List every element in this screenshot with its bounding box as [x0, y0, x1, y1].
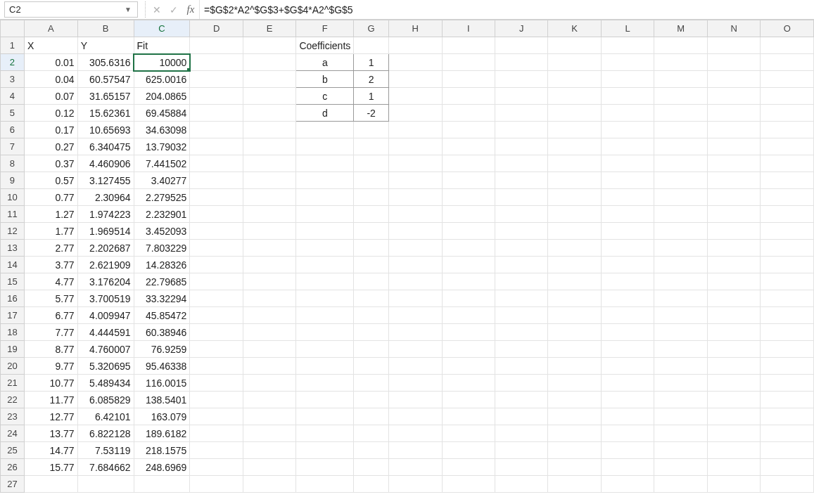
row-header[interactable]: 5	[1, 105, 25, 122]
cell-F27[interactable]	[296, 476, 354, 493]
cell-M14[interactable]	[654, 257, 708, 273]
row-header[interactable]: 8	[1, 155, 25, 172]
cell-K16[interactable]	[548, 290, 601, 307]
cell-L2[interactable]	[601, 54, 654, 71]
cell-A7[interactable]: 0.27	[24, 138, 77, 155]
cell-I19[interactable]	[442, 341, 495, 358]
cell-L9[interactable]	[601, 172, 654, 189]
cell-E5[interactable]	[243, 105, 295, 122]
cell-J7[interactable]	[495, 138, 547, 155]
cell-C20[interactable]: 95.46338	[134, 358, 190, 375]
cell-F6[interactable]	[296, 122, 354, 138]
cell-O27[interactable]	[761, 476, 814, 493]
cell-O6[interactable]	[761, 122, 814, 138]
cell-D7[interactable]	[190, 138, 243, 155]
cell-M26[interactable]	[654, 459, 708, 476]
cell-O5[interactable]	[761, 105, 814, 122]
cell-M16[interactable]	[654, 290, 708, 307]
cell-A19[interactable]: 8.77	[24, 341, 77, 358]
cell-I6[interactable]	[442, 122, 495, 138]
col-header-F[interactable]: F	[296, 20, 354, 37]
cell-D22[interactable]	[190, 392, 243, 408]
cell-C19[interactable]: 76.9259	[134, 341, 190, 358]
cell-A15[interactable]: 4.77	[24, 273, 77, 290]
cell-N11[interactable]	[707, 206, 761, 223]
cell-O26[interactable]	[761, 459, 814, 476]
cell-K3[interactable]	[548, 71, 601, 88]
cell-A20[interactable]: 9.77	[24, 358, 77, 375]
cell-H14[interactable]	[389, 257, 443, 273]
cell-I18[interactable]	[442, 324, 495, 341]
cell-G11[interactable]	[354, 206, 389, 223]
cell-A10[interactable]: 0.77	[24, 189, 77, 206]
cell-F4[interactable]: c	[296, 88, 354, 105]
cell-C2[interactable]: 10000	[134, 54, 190, 71]
cell-G22[interactable]	[354, 392, 389, 408]
cell-B25[interactable]: 7.53119	[77, 442, 134, 459]
cell-K19[interactable]	[548, 341, 601, 358]
cell-D17[interactable]	[190, 307, 243, 324]
cell-F1[interactable]: Coefficients	[296, 37, 354, 54]
cell-O10[interactable]	[761, 189, 814, 206]
cell-I16[interactable]	[442, 290, 495, 307]
cell-C1[interactable]: Fit	[134, 37, 190, 54]
row-header[interactable]: 19	[1, 341, 25, 358]
cell-E8[interactable]	[243, 155, 295, 172]
cell-F2[interactable]: a	[296, 54, 354, 71]
cell-H22[interactable]	[389, 392, 443, 408]
cell-O19[interactable]	[761, 341, 814, 358]
cell-I3[interactable]	[442, 71, 495, 88]
cell-E21[interactable]	[243, 375, 295, 392]
cell-D2[interactable]	[190, 54, 243, 71]
cell-C6[interactable]: 34.63098	[134, 122, 190, 138]
cell-J24[interactable]	[495, 425, 547, 442]
cell-F13[interactable]	[296, 240, 354, 257]
cell-I10[interactable]	[442, 189, 495, 206]
cell-I11[interactable]	[442, 206, 495, 223]
cell-D25[interactable]	[190, 442, 243, 459]
cell-N10[interactable]	[707, 189, 761, 206]
cell-D5[interactable]	[190, 105, 243, 122]
cell-F16[interactable]	[296, 290, 354, 307]
cell-D12[interactable]	[190, 223, 243, 240]
cell-F11[interactable]	[296, 206, 354, 223]
cell-C7[interactable]: 13.79032	[134, 138, 190, 155]
cell-L12[interactable]	[601, 223, 654, 240]
cell-A5[interactable]: 0.12	[24, 105, 77, 122]
cell-L21[interactable]	[601, 375, 654, 392]
cell-G20[interactable]	[354, 358, 389, 375]
row-header[interactable]: 22	[1, 392, 25, 408]
cell-F26[interactable]	[296, 459, 354, 476]
cell-I26[interactable]	[442, 459, 495, 476]
col-header-D[interactable]: D	[190, 20, 243, 37]
cell-C14[interactable]: 14.28326	[134, 257, 190, 273]
cell-L7[interactable]	[601, 138, 654, 155]
cell-L19[interactable]	[601, 341, 654, 358]
cell-M13[interactable]	[654, 240, 708, 257]
cell-D18[interactable]	[190, 324, 243, 341]
cell-I1[interactable]	[442, 37, 495, 54]
cell-M1[interactable]	[654, 37, 708, 54]
cell-O18[interactable]	[761, 324, 814, 341]
cell-E19[interactable]	[243, 341, 295, 358]
cell-F12[interactable]	[296, 223, 354, 240]
cell-E16[interactable]	[243, 290, 295, 307]
cell-L14[interactable]	[601, 257, 654, 273]
cell-M25[interactable]	[654, 442, 708, 459]
cell-I4[interactable]	[442, 88, 495, 105]
row-header[interactable]: 16	[1, 290, 25, 307]
cell-J4[interactable]	[495, 88, 547, 105]
cell-L11[interactable]	[601, 206, 654, 223]
cell-J17[interactable]	[495, 307, 547, 324]
cell-K15[interactable]	[548, 273, 601, 290]
cell-M23[interactable]	[654, 408, 708, 425]
cell-M24[interactable]	[654, 425, 708, 442]
cell-E27[interactable]	[243, 476, 295, 493]
cell-L3[interactable]	[601, 71, 654, 88]
cell-G2[interactable]: 1	[354, 54, 389, 71]
cell-J21[interactable]	[495, 375, 547, 392]
cell-G19[interactable]	[354, 341, 389, 358]
cell-E25[interactable]	[243, 442, 295, 459]
cell-D21[interactable]	[190, 375, 243, 392]
cell-B6[interactable]: 10.65693	[77, 122, 134, 138]
